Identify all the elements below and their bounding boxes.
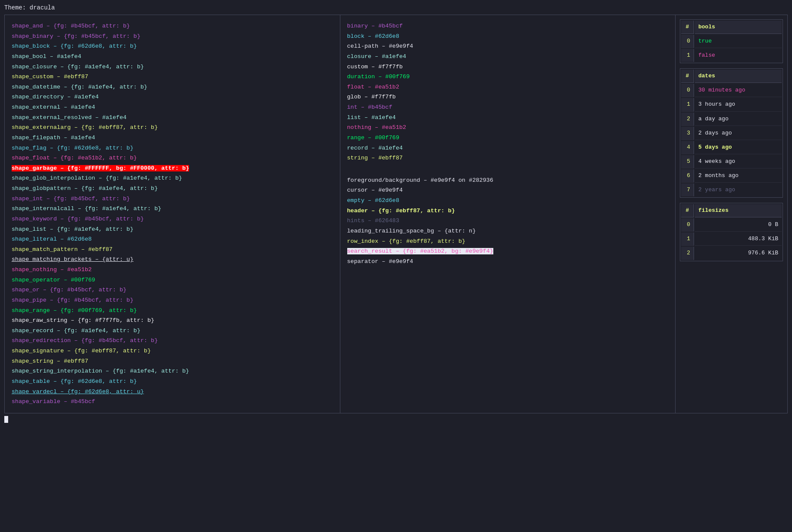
shape-line: shape_int – {fg: #b45bcf, attr: b}: [12, 194, 333, 204]
shape-line: shape_literal – #62d6e8: [12, 234, 333, 245]
shape-line: shape_range – {fg: #00f769, attr: b}: [12, 306, 333, 316]
type-line: float – #ea51b2: [347, 82, 669, 92]
row-index: 2: [681, 247, 694, 260]
shape-line: shape_record – {fg: #a1efe4, attr: b}: [12, 326, 333, 336]
shape-line: shape_variable – #b45bcf: [12, 397, 333, 407]
dates-table: # dates 030 minutes ago13 hours ago2a da…: [680, 68, 783, 198]
bools-table: # bools 0true1false: [680, 19, 783, 63]
shape-line: shape_redirection – {fg: #b45bcf, attr: …: [12, 336, 333, 346]
row-value: true: [695, 35, 782, 48]
shape-line: shape_matching_brackets – {attr: u}: [12, 254, 333, 265]
shape-line: shape_datetime – {fg: #a1efe4, attr: b}: [12, 82, 333, 92]
shape-line: shape_and – {fg: #b45bcf, attr: b}: [12, 21, 333, 31]
terminal-cursor-line: [4, 414, 788, 423]
filesizes-col-header: filesizes: [695, 204, 782, 217]
row-value: 4 weeks ago: [695, 155, 782, 168]
row-value: 2 years ago: [695, 183, 782, 196]
row-value: 30 minutes ago: [695, 84, 782, 97]
table-row: 1false: [681, 49, 782, 62]
type-line: binary – #b45bcf: [347, 21, 669, 31]
row-value: false: [695, 49, 782, 62]
shape-line: shape_raw_string – {fg: #f7f7fb, attr: b…: [12, 315, 333, 326]
row-value: 488.3 KiB: [695, 232, 782, 246]
shape-line: shape_externalarg – {fg: #ebff87, attr: …: [12, 122, 333, 133]
shape-line: shape_vardecl – {fg: #62d6e8, attr: u}: [12, 387, 333, 397]
filesizes-hash-header: #: [681, 204, 694, 217]
table-row: 45 days ago: [681, 141, 782, 154]
table-row: 2a day ago: [681, 113, 782, 126]
shape-line: shape_closure – {fg: #a1efe4, attr: b}: [12, 62, 333, 72]
theme-label: Theme: dracula: [4, 4, 788, 11]
shape-line: shape_string_interpolation – {fg: #a1efe…: [12, 366, 333, 376]
row-index: 5: [681, 155, 694, 168]
shape-line: shape_signature – {fg: #ebff87, attr: b}: [12, 346, 333, 356]
table-row: 13 hours ago: [681, 98, 782, 111]
type-line: int – #b45bcf: [347, 102, 669, 113]
shape-line: shape_binary – {fg: #b45bcf, attr: b}: [12, 31, 333, 42]
row-index: 1: [681, 98, 694, 111]
table-row: 62 months ago: [681, 169, 782, 183]
type-line: string – #ebff87: [347, 153, 669, 163]
type-line: range – #00f769: [347, 133, 669, 143]
ui-line: hints – #626483: [347, 216, 669, 226]
ui-line: cursor – #e9e9f4: [347, 185, 669, 196]
shape-line: shape_globpattern – {fg: #a1efe4, attr: …: [12, 183, 333, 194]
row-value: a day ago: [695, 113, 782, 126]
shape-line: shape_external – #a1efe4: [12, 102, 333, 113]
shape-line: shape_bool – #a1efe4: [12, 52, 333, 62]
table-row: 32 days ago: [681, 127, 782, 140]
row-index: 0: [681, 218, 694, 232]
shape-line: shape_match_pattern – #ebff87: [12, 245, 333, 255]
shape-line: shape_garbage – {fg: #FFFFFF, bg: #FF000…: [12, 163, 333, 174]
shape-line: shape_directory – #a1efe4: [12, 92, 333, 102]
shape-line: shape_filepath – #a1efe4: [12, 133, 333, 143]
shape-line: shape_string – #ebff87: [12, 356, 333, 367]
shape-line: shape_internalcall – {fg: #a1efe4, attr:…: [12, 204, 333, 214]
type-line: closure – #a1efe4: [347, 52, 669, 62]
type-line: glob – #f7f7fb: [347, 92, 669, 102]
row-index: 7: [681, 183, 694, 196]
shape-line: shape_glob_interpolation – {fg: #a1efe4,…: [12, 173, 333, 183]
terminal-cursor: [4, 416, 8, 423]
dates-hash-header: #: [681, 70, 694, 83]
type-line: list – #a1efe4: [347, 113, 669, 123]
ui-line: leading_trailing_space_bg – {attr: n}: [347, 226, 669, 236]
table-row: 72 years ago: [681, 183, 782, 196]
shape-line: shape_flag – {fg: #62d6e8, attr: b}: [12, 143, 333, 153]
shape-line: shape_nothing – #ea51b2: [12, 265, 333, 275]
col-tables: # bools 0true1false # dates 030 minutes …: [676, 15, 787, 413]
shape-line: shape_block – {fg: #62d6e8, attr: b}: [12, 41, 333, 52]
table-row: 1488.3 KiB: [681, 232, 782, 246]
row-value: 3 hours ago: [695, 98, 782, 111]
row-index: 2: [681, 113, 694, 126]
main-container: shape_and – {fg: #b45bcf, attr: b}shape_…: [4, 15, 788, 413]
row-value: 5 days ago: [695, 141, 782, 154]
type-line: block – #62d6e8: [347, 31, 669, 42]
shape-line: shape_pipe – {fg: #b45bcf, attr: b}: [12, 295, 333, 306]
filesizes-table: # filesizes 00 B1488.3 KiB2976.6 KiB: [680, 203, 783, 261]
table-row: 2976.6 KiB: [681, 247, 782, 260]
shape-line: shape_keyword – {fg: #b45bcf, attr: b}: [12, 214, 333, 224]
row-value: 2 months ago: [695, 169, 782, 183]
shape-line: shape_external_resolved – #a1efe4: [12, 113, 333, 123]
row-index: 4: [681, 141, 694, 154]
ui-line: header – {fg: #ebff87, attr: b}: [347, 206, 669, 216]
dates-col-header: dates: [695, 70, 782, 83]
shape-line: shape_float – {fg: #ea51b2, attr: b}: [12, 153, 333, 163]
table-row: 0true: [681, 35, 782, 48]
col-shapes: shape_and – {fg: #b45bcf, attr: b}shape_…: [5, 15, 340, 413]
row-index: 6: [681, 169, 694, 183]
table-row: 54 weeks ago: [681, 155, 782, 168]
row-value: 0 B: [695, 218, 782, 232]
type-line: duration – #00f769: [347, 72, 669, 82]
col-types: binary – #b45bcfblock – #62d6e8cell-path…: [340, 15, 676, 413]
shape-line: shape_table – {fg: #62d6e8, attr: b}: [12, 376, 333, 387]
type-line: nothing – #ea51b2: [347, 122, 669, 133]
table-row: 030 minutes ago: [681, 84, 782, 97]
type-line: custom – #f7f7fb: [347, 62, 669, 72]
ui-line: search_result – {fg: #ea51b2, bg: #e9e9f…: [347, 246, 669, 257]
table-row: 00 B: [681, 218, 782, 232]
bools-hash-header: #: [681, 21, 694, 34]
type-line: record – #a1efe4: [347, 143, 669, 153]
shape-line: shape_operator – #00f769: [12, 275, 333, 285]
